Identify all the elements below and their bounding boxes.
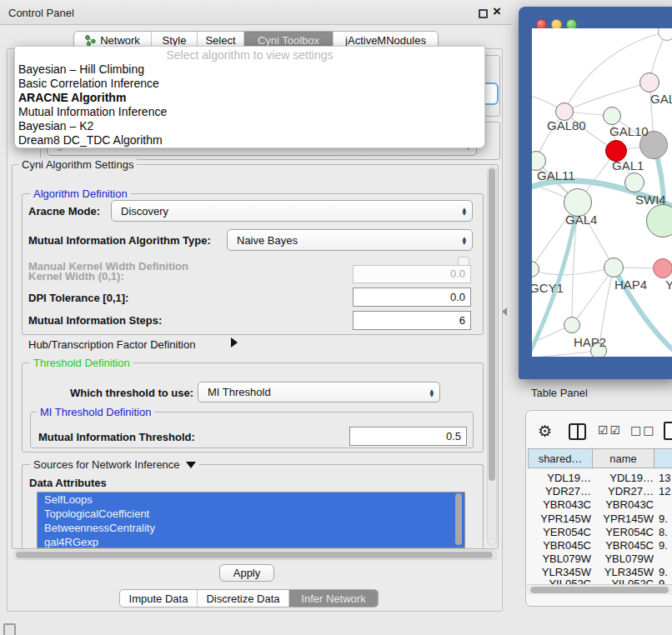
table-cell[interactable]: YIL052C [593,578,654,584]
table-cell[interactable]: YDL19… [528,472,591,485]
table-cell[interactable] [659,498,672,512]
tab-label: Infer Network [301,592,365,605]
expand-arrow-icon[interactable] [231,338,238,348]
table-cell[interactable]: YIL052C [528,578,591,584]
app-window: Control Panel × Network Style Select Cyn… [0,0,672,635]
float-window-icon[interactable] [479,9,488,18]
network-node-hap2[interactable] [564,317,580,333]
aracne-mode-combobox[interactable]: Discovery ▲▼ [111,200,473,222]
tab-label: Style [163,34,187,47]
column-header-partial[interactable] [654,448,672,468]
list-item[interactable]: gal4RGexp [38,535,464,548]
table-cell[interactable]: YER054C [593,526,654,539]
list-item[interactable]: BetweennessCentrality [38,521,464,535]
network-canvas[interactable]: GAL GAL80 GAL10 GAL1 GAL11 SWI4 GAL4 GCY… [532,28,672,357]
table-cell[interactable]: YBL079W [528,552,591,566]
menu-item-bayesian-hill-climbing[interactable]: Bayesian – Hill Climbing [15,62,484,77]
menu-item-mutual-information[interactable]: Mutual Information Inference [15,105,484,119]
table-panel-title: Table Panel [531,387,588,399]
network-node-salmon[interactable] [653,258,672,278]
mi-type-combobox[interactable]: Naive Bayes ▲▼ [227,229,473,251]
checked-boxes-icon[interactable]: ☑☑ [598,423,622,437]
tab-impute-data[interactable]: Impute Data [120,590,197,607]
table-cell[interactable]: 8. [659,526,672,539]
list-scrollbar-thumb[interactable] [455,493,462,545]
apply-button[interactable]: Apply [219,564,274,582]
node-label: GAL10 [609,124,649,138]
node-label: GAL11 [537,168,575,182]
node-label: HAP2 [574,335,606,349]
gear-icon[interactable]: ⚙ [538,422,552,440]
kernel-width-label: Kernel Width (0,1): [28,270,124,282]
table-cell[interactable] [659,552,672,566]
list-item[interactable]: SelfLoops [38,492,464,507]
mi-type-value: Naive Bayes [237,234,298,247]
table-cell[interactable]: YBR043C [593,498,654,512]
tab-discretize-data[interactable]: Discretize Data [197,590,288,607]
table-cell[interactable]: 13 [659,472,672,485]
table-cell[interactable]: 9. [659,578,672,584]
table-cell[interactable]: YBR045C [593,539,654,552]
menu-item-basic-correlation[interactable]: Basic Correlation Inference [15,77,484,91]
kernel-width-input[interactable]: 0.0 [353,265,471,283]
hub-section-label: Hub/Transcription Factor Definition [28,338,195,351]
tab-label: jActiveMNodules [345,34,426,47]
table-cell[interactable]: YBR043C [528,498,591,512]
split-columns-icon[interactable] [569,423,586,440]
table-cell[interactable]: YBL079W [593,552,654,566]
stepper-icon: ▲▼ [429,388,434,397]
tab-infer-network[interactable]: Infer Network [288,590,378,607]
table-cell[interactable]: YPR145W [593,512,654,526]
close-icon[interactable]: × [493,3,501,20]
network-node-gal10[interactable] [603,107,621,125]
table-cell[interactable]: YDR27… [593,485,654,498]
collapse-arrow-icon[interactable] [186,462,196,468]
unchecked-boxes-icon[interactable]: □□ [630,423,655,437]
table-cell[interactable]: YDL19… [593,472,654,485]
node-label: GAL4 [565,212,597,227]
node-label: GCY1 [532,281,564,295]
node-label: Y [665,278,672,292]
data-attributes-list[interactable]: SelfLoops TopologicalCoefficient Between… [37,492,465,548]
menu-item-aracne[interactable]: ARACNE Algorithm [15,91,484,105]
collapsed-panel-icon[interactable] [3,623,16,635]
list-item[interactable]: TopologicalCoefficient [38,507,464,521]
dropdown-placeholder: Select algorithm to view settings [15,47,484,62]
table-cell[interactable]: 9. [659,539,672,552]
which-threshold-value: MI Threshold [208,386,271,398]
menu-item-bayesian-k2[interactable]: Bayesian – K2 [15,119,484,133]
data-attributes-label: Data Attributes [29,477,107,489]
panel-resize-handle[interactable] [502,308,507,316]
sources-title: Sources for Network Inference [30,458,199,471]
dpi-tolerance-input[interactable]: 0.0 [353,288,471,307]
document-icon[interactable] [664,422,672,440]
network-icon [85,35,96,46]
network-node-swi4[interactable] [624,172,644,192]
table-cell[interactable]: YPR145W [528,512,591,526]
column-header-name[interactable]: name [593,448,654,468]
mi-type-label: Mutual Information Algorithm Type: [28,234,211,247]
column-header-shared-name[interactable]: shared… [528,448,593,468]
tab-label: Select [205,34,235,47]
mi-steps-input[interactable]: 6 [353,311,471,330]
menu-item-dream8[interactable]: Dream8 DC_TDC Algorithm [15,133,484,148]
node-label: GAL [650,92,672,106]
table-cell[interactable]: YDR27… [528,485,591,498]
dpi-tolerance-label: DPI Tolerance [0,1]: [28,292,128,304]
cyni-algorithm-settings-title: Cyni Algorithm Settings [18,158,137,171]
mi-threshold-input[interactable]: 0.5 [349,427,467,446]
threshold-definition-title: Threshold Definition [30,357,133,369]
settings-scrollbar-thumb[interactable] [489,168,495,481]
table-hscrollbar-thumb[interactable] [530,587,669,593]
settings-hscrollbar-thumb[interactable] [16,552,493,558]
table-cell[interactable]: 9. [659,512,672,526]
network-node-gal[interactable] [639,72,659,92]
which-threshold-combobox[interactable]: MI Threshold ▲▼ [198,382,440,402]
mi-threshold-label: Mutual Information Threshold: [38,431,195,443]
table-cell[interactable]: YBR045C [528,539,591,552]
panel-title: Control Panel [8,7,74,19]
table-cell[interactable]: YER054C [528,526,591,539]
table-cell[interactable]: 12 [659,485,672,498]
control-panel-titlebar: Control Panel [0,0,511,25]
network-node-hap4[interactable] [604,258,624,278]
